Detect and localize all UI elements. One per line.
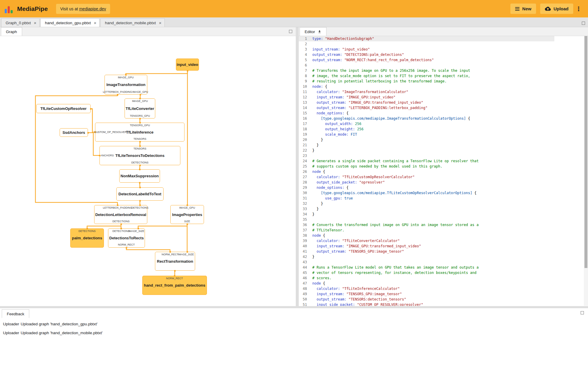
code-line[interactable]: 17 output_width: 256 xyxy=(299,121,554,126)
graph-node-SsdAnchors[interactable]: SsdAnchors xyxy=(60,128,88,137)
tab-feedback[interactable]: Feedback xyxy=(2,309,29,318)
code-line[interactable]: 2 xyxy=(299,41,554,47)
code-line[interactable]: 35 xyxy=(299,217,554,222)
code-line[interactable]: 19 scale_mode: FIT xyxy=(299,132,554,137)
port-dot xyxy=(169,251,171,253)
code-text: output_stream: "IMAGE_GPU:transformed_in… xyxy=(312,100,554,105)
code-line[interactable]: 6 xyxy=(299,63,554,68)
code-line[interactable]: 47node { xyxy=(299,281,554,286)
line-number: 24 xyxy=(299,158,312,164)
graph-node-input_video[interactable]: input_video xyxy=(176,59,199,71)
upload-button[interactable]: Upload xyxy=(540,4,573,14)
code-line[interactable]: 46# scores. xyxy=(299,275,554,281)
code-line[interactable]: 1type: "HandDetectionSubgraph" xyxy=(299,36,554,41)
code-line[interactable]: 18 output_height: 256 xyxy=(299,126,554,132)
tab-close-icon[interactable]: × xyxy=(34,21,37,25)
line-number: 33 xyxy=(299,206,312,212)
node-title: ImageTransformation xyxy=(106,82,145,87)
code-lines[interactable]: 1type: "HandDetectionSubgraph"23input_st… xyxy=(299,36,554,306)
port-dot xyxy=(139,118,141,119)
code-line[interactable]: 15 node_options: { xyxy=(299,111,554,116)
graph-node-NonMaxSuppression[interactable]: NonMaxSuppression xyxy=(119,169,160,183)
code-line[interactable]: 23 xyxy=(299,153,554,158)
code-line[interactable]: 20 } xyxy=(299,137,554,142)
download-icon[interactable] xyxy=(318,30,321,34)
code-line[interactable]: 32 } xyxy=(299,201,554,206)
code-line[interactable]: 22} xyxy=(299,148,554,153)
maximize-feedback-panel-icon[interactable] xyxy=(581,311,584,314)
code-line[interactable]: 3input_stream: "input_video" xyxy=(299,47,554,52)
code-line[interactable]: 8# image, the scale_mode option is set t… xyxy=(299,73,554,79)
code-line[interactable]: 29 node_options: { xyxy=(299,185,554,190)
code-line[interactable]: 28 output_side_packet: "opresolver" xyxy=(299,180,554,185)
code-line[interactable]: 14 output_stream: "LETTERBOX_PADDING:let… xyxy=(299,105,554,111)
code-line[interactable]: 27 calculator: "TfLiteCustomOpResolverCa… xyxy=(299,174,554,180)
line-number: 10 xyxy=(299,84,312,89)
line-number: 16 xyxy=(299,116,312,121)
code-line[interactable]: 36# Converts the transformed input image… xyxy=(299,222,554,228)
tab-close-icon[interactable]: × xyxy=(94,21,97,25)
code-text: # Generates a single side packet contain… xyxy=(312,158,554,164)
visit-us-chip[interactable]: Visit us at mediapipe.dev xyxy=(56,4,110,14)
port-label: IMAGE_GPU xyxy=(132,90,148,93)
code-line[interactable]: 41 output_stream: "TENSORS_GPU:image_ten… xyxy=(299,249,554,254)
code-text: node { xyxy=(312,281,554,286)
more-options-icon[interactable]: ⋮ xyxy=(574,4,583,14)
feedback-tab-label: Feedback xyxy=(7,312,24,316)
code-line[interactable]: 31 use_gpu: true xyxy=(299,196,554,201)
mediapipe-visualizer: MediaPipe Visit us at mediapipe.dev New … xyxy=(0,0,588,367)
code-line[interactable]: 44# Runs a TensorFlow Lite model on GPU … xyxy=(299,265,554,270)
code-line[interactable]: 45# vector of tensors representing, for … xyxy=(299,270,554,275)
code-line[interactable]: 26node { xyxy=(299,169,554,174)
mediapipe-dev-link[interactable]: mediapipe.dev xyxy=(79,7,106,11)
code-line[interactable]: 51 input_side_packet: "CUSTOM_OP_RESOLVE… xyxy=(299,302,554,306)
code-line[interactable]: 13 output_stream: "IMAGE_GPU:transformed… xyxy=(299,100,554,105)
graph-canvas[interactable]: input_videoImageTransformationTfLiteConv… xyxy=(0,36,296,306)
editor-scrollbar[interactable] xyxy=(584,36,588,306)
feedback-source: Uploader xyxy=(0,322,21,326)
new-button[interactable]: New xyxy=(510,4,536,14)
port-dot xyxy=(187,223,188,225)
code-line[interactable]: 7# Transforms the input image on GPU to … xyxy=(299,68,554,73)
file-tab[interactable]: hand_detection_mobile.pbtxt× xyxy=(100,18,164,27)
line-number: 1 xyxy=(299,36,312,41)
code-line[interactable]: 11 calculator: "ImageTransformationCalcu… xyxy=(299,89,554,95)
tab-editor[interactable]: Editor xyxy=(300,27,326,36)
line-number: 17 xyxy=(299,121,312,126)
graph-node-TfLiteCustomOpResolver[interactable]: TfLiteCustomOpResolver xyxy=(36,104,91,113)
maximize-window-icon[interactable] xyxy=(582,22,585,25)
tab-graph[interactable]: Graph xyxy=(1,27,22,36)
code-line[interactable]: 42} xyxy=(299,254,554,259)
mediapipe-logo-icon xyxy=(5,4,14,13)
code-line[interactable]: 5output_stream: "NORM_RECT:hand_rect_fro… xyxy=(299,57,554,63)
code-line[interactable]: 48 calculator: "TfLiteInferenceCalculato… xyxy=(299,286,554,291)
code-line[interactable]: 21 } xyxy=(299,142,554,148)
file-tab[interactable]: hand_detection_gpu.pbtxt× xyxy=(40,18,99,27)
code-line[interactable]: 50 output_stream: "TENSORS:detection_ten… xyxy=(299,297,554,302)
code-line[interactable]: 37# TfLiteTensor. xyxy=(299,228,554,233)
file-tab[interactable]: Graph_0.pbtxt× xyxy=(1,18,40,27)
code-line[interactable]: 49 input_stream: "TENSORS_GPU:image_tens… xyxy=(299,291,554,297)
code-line[interactable]: 34} xyxy=(299,212,554,217)
scrollbar-thumb[interactable] xyxy=(584,36,587,268)
code-text: output_stream: "NORM_RECT:hand_rect_from… xyxy=(312,57,554,63)
editor-minimap[interactable] xyxy=(554,36,584,306)
code-line[interactable]: 25# supports custom ops needed by the mo… xyxy=(299,164,554,169)
code-line[interactable]: 43 xyxy=(299,259,554,265)
graph-node-DetectionLabelIdToText[interactable]: DetectionLabelIdToText xyxy=(116,187,164,201)
code-line[interactable]: 4output_stream: "DETECTIONS:palm_detecti… xyxy=(299,52,554,57)
code-line[interactable]: 16 [type.googleapis.com/mediapipe.ImageT… xyxy=(299,116,554,121)
code-line[interactable]: 12 input_stream: "IMAGE_GPU:input_video" xyxy=(299,95,554,100)
code-line[interactable]: 9# resulting in potential letterboxing i… xyxy=(299,79,554,84)
code-line[interactable]: 38node { xyxy=(299,233,554,238)
maximize-graph-panel-icon[interactable] xyxy=(289,30,292,33)
code-line[interactable]: 10node: { xyxy=(299,84,554,89)
tab-close-icon[interactable]: × xyxy=(159,21,161,25)
code-line[interactable]: 33 } xyxy=(299,206,554,212)
code-line[interactable]: 24# Generates a single side packet conta… xyxy=(299,158,554,164)
code-line[interactable]: 40 input_stream: "IMAGE_GPU:transformed_… xyxy=(299,243,554,249)
code-line[interactable]: 39 calculator: "TfLiteConverterCalculato… xyxy=(299,238,554,243)
line-number: 21 xyxy=(299,142,312,148)
code-line[interactable]: 30 [type.googleapis.com/mediapipe.TfLite… xyxy=(299,190,554,196)
line-number: 12 xyxy=(299,95,312,100)
